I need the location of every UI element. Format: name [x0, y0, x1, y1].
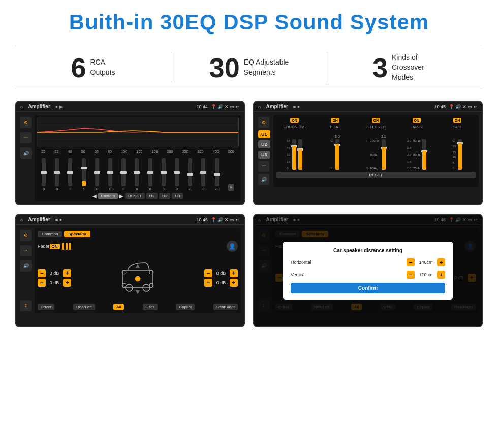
fader-minus-3[interactable]: − — [204, 269, 212, 277]
fader-plus-4[interactable]: + — [230, 279, 238, 287]
cross-ch-cutfreq: ON CUT FREQ F G 100Hz — [358, 118, 394, 170]
dialog-vertical-value: 110cm — [417, 272, 435, 277]
fader-tab-common[interactable]: Common — [38, 231, 62, 237]
eq-sidebar-btn-3[interactable]: 🔊 — [20, 147, 32, 159]
fader-db-val-2: 0 dB — [47, 280, 61, 285]
cross-ch-bass: ON BASS 3.0 2.5 2.0 1.5 1.0 — [398, 118, 435, 170]
cross-app-title: Amplifier — [266, 104, 288, 109]
eq-main-area: 25 32 40 50 63 80 100 125 160 200 250 32… — [35, 115, 241, 201]
cross-sidebar-btn-3[interactable]: 🔊 — [258, 174, 269, 185]
loudness-sliders: 64 48 32 16 0 — [287, 129, 302, 170]
fader-sidebar-btn-4[interactable]: ⇕ — [20, 300, 32, 311]
cross-reset-btn[interactable]: RESET — [276, 172, 476, 178]
eq-sidebar-btn-1[interactable]: ⚙ — [20, 117, 32, 128]
fader-plus-2[interactable]: + — [63, 279, 71, 287]
fader-time: 10:46 — [196, 217, 208, 222]
eq-freq-labels: 25 32 40 50 63 80 100 125 160 200 250 32… — [37, 150, 239, 153]
cross-u2-btn[interactable]: U2 — [258, 140, 270, 148]
fader-minus-1[interactable]: − — [38, 269, 46, 277]
cross-sidebar-btn-2[interactable]: 〰 — [258, 161, 269, 172]
fader-rearleft-btn[interactable]: RearLeft — [73, 304, 95, 310]
dialog-horizontal-label: Horizontal — [291, 260, 407, 265]
eq-slider-col-11: 0 — [175, 158, 179, 191]
dialog-title: Car speaker distance setting — [291, 248, 445, 253]
fader-right-controls: − 0 dB + − 0 dB + — [204, 269, 238, 287]
eq-inner: ⚙ 〰 🔊 — [19, 115, 241, 201]
loudness-on-btn[interactable]: ON — [290, 118, 299, 123]
fader-db-val-1: 0 dB — [47, 271, 61, 276]
crossover-screen-card: ⌂ Amplifier ■ ● 10:45 📍 🔊 ✕ ▭ ↩ ⚙ U1 U2 … — [253, 101, 483, 205]
eq-sidebar: ⚙ 〰 🔊 — [19, 115, 33, 201]
fader-tabs: Common Specialty — [38, 231, 238, 237]
dialog-horizontal-plus[interactable]: + — [437, 258, 445, 266]
stat-eq: 30 EQ Adjustable Segments — [171, 54, 327, 81]
fader-driver-btn[interactable]: Driver — [38, 304, 54, 310]
eq-slider-col-5: 0 — [95, 158, 99, 191]
fader-on-btn[interactable]: ON — [50, 244, 60, 249]
fader-minus-2[interactable]: − — [38, 279, 46, 287]
stats-row: 6 RCA Outputs 30 EQ Adjustable Segments … — [15, 46, 483, 89]
cross-u3-btn[interactable]: U3 — [258, 151, 270, 159]
cutfreq-on-btn[interactable]: ON — [372, 118, 381, 123]
fader-db-row-4: − 0 dB + — [204, 279, 238, 287]
fader-home-icon: ⌂ — [20, 217, 23, 222]
bass-name: BASS — [411, 125, 422, 129]
fader-plus-3[interactable]: + — [230, 269, 238, 277]
eq-slider-col-14: -1 — [215, 158, 219, 191]
stat-label-crossover: Kinds of Crossover Modes — [392, 53, 438, 83]
fader-rearright-btn[interactable]: RearRight — [213, 304, 238, 310]
dialog-overlay: Car speaker distance setting Horizontal … — [254, 215, 482, 326]
phat-on-btn[interactable]: ON — [331, 118, 339, 123]
fader-profile-icon[interactable]: 👤 — [227, 241, 238, 252]
dialog-confirm-btn[interactable]: Confirm — [291, 283, 445, 293]
fader-slider-bar — [62, 243, 71, 250]
fader-tab-specialty[interactable]: Specialty — [64, 231, 90, 237]
eq-slider-col-7: 0 — [121, 158, 126, 191]
eq-main-screen: ⚙ 〰 🔊 — [16, 112, 244, 204]
fader-sidebar-btn-3[interactable]: 🔊 — [20, 260, 32, 272]
cross-sidebar-btn-1[interactable]: ⚙ — [258, 117, 269, 128]
eq-sliders: 0 0 0 5 — [37, 155, 239, 191]
cross-status-bar: ⌂ Amplifier ■ ● 10:45 📍 🔊 ✕ ▭ ↩ — [254, 102, 482, 112]
eq-slider-col-12: -1 — [188, 158, 192, 191]
fader-bottom-btns: Driver RearLeft All User Copilot RearRig… — [38, 304, 238, 310]
bass-on-btn[interactable]: ON — [413, 118, 421, 123]
screenshots-grid: ⌂ Amplifier ● ▶ 10:44 📍 🔊 ✕ ▭ ↩ ⚙ 〰 🔊 — [15, 101, 483, 327]
dialog-vertical-plus[interactable]: + — [437, 271, 445, 279]
eq-play-btn[interactable]: ▶ — [119, 193, 123, 199]
stat-number-crossover: 3 — [372, 54, 388, 81]
fader-sidebar-btn-2[interactable]: 〰 — [20, 245, 32, 256]
svg-marker-12 — [136, 264, 140, 268]
eq-reset-btn[interactable]: RESET — [125, 193, 145, 199]
page-wrapper: Buith-in 30EQ DSP Sound System 6 RCA Out… — [0, 0, 498, 448]
fader-label-text: Fader — [38, 244, 50, 249]
eq-u2-btn[interactable]: U2 — [159, 193, 170, 199]
eq-status-bar: ⌂ Amplifier ● ▶ 10:44 📍 🔊 ✕ ▭ ↩ — [16, 102, 244, 112]
phat-sliders: G F 3.0 — [330, 129, 339, 170]
cross-main-area: ON LOUDNESS 64 48 32 16 0 — [273, 115, 479, 187]
eq-prev-btn[interactable]: ◀ — [92, 193, 97, 199]
dialog-horizontal-minus[interactable]: − — [407, 258, 415, 266]
fader-all-btn[interactable]: All — [113, 304, 124, 310]
fader-sidebar-btn-1[interactable]: ⚙ — [20, 230, 32, 241]
loudness-slider-2 — [298, 139, 302, 170]
sub-name: SUB — [453, 125, 461, 129]
eq-controls: ◀ Custom ▶ RESET U1 U2 U3 — [37, 193, 239, 199]
dialog-vertical-minus[interactable]: − — [407, 271, 415, 279]
eq-custom-btn[interactable]: Custom — [98, 193, 118, 199]
sub-on-btn[interactable]: ON — [453, 118, 462, 123]
eq-app-title: Amplifier — [28, 104, 50, 109]
fader-copilot-btn[interactable]: Copilot — [176, 304, 195, 310]
fader-plus-1[interactable]: + — [63, 269, 71, 277]
main-title: Buith-in 30EQ DSP Sound System — [15, 10, 483, 35]
fader-user-btn[interactable]: User — [143, 304, 158, 310]
stat-label-eq: EQ Adjustable Segments — [244, 57, 289, 77]
eq-more-btn[interactable]: » — [228, 184, 234, 191]
fader-minus-4[interactable]: − — [204, 279, 212, 287]
eq-u1-btn[interactable]: U1 — [146, 193, 158, 199]
eq-u3-btn[interactable]: U3 — [172, 193, 183, 199]
cross-ch-sub: ON SUB G 20 15 10 5 — [439, 118, 476, 170]
eq-slider-col-6: 0 — [108, 158, 112, 191]
cross-u1-btn[interactable]: U1 — [258, 130, 270, 138]
eq-sidebar-btn-2[interactable]: 〰 — [20, 132, 32, 143]
